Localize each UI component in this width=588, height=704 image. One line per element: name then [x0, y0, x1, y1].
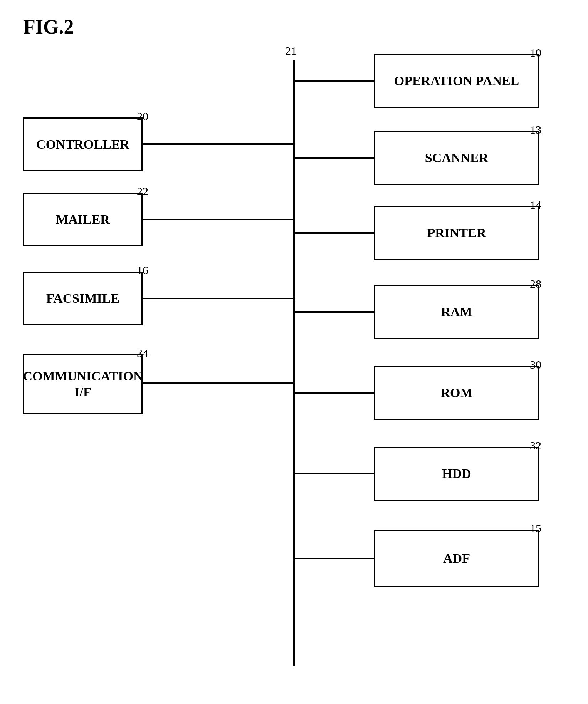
ram-ref: 28 [530, 277, 541, 290]
scanner-ref: 13 [530, 123, 541, 136]
adf-ref: 15 [530, 522, 541, 535]
comm-box: COMMUNICATION I/F [23, 354, 143, 414]
mailer-ref: 22 [137, 185, 148, 198]
mailer-box: MAILER [23, 193, 143, 246]
rom-label: ROM [440, 385, 472, 401]
scanner-label: SCANNER [425, 150, 488, 166]
adf-box: ADF [374, 530, 539, 587]
comm-ref: 34 [137, 347, 148, 360]
op-panel-box: OPERATION PANEL [374, 54, 539, 108]
printer-label: PRINTER [427, 225, 486, 241]
rom-ref: 30 [530, 358, 541, 371]
hdd-box: HDD [374, 447, 539, 501]
printer-ref: 14 [530, 198, 541, 211]
scanner-box: SCANNER [374, 131, 539, 185]
facsimile-ref: 16 [137, 264, 148, 277]
comm-label: COMMUNICATION I/F [23, 369, 143, 400]
facsimile-box: FACSIMILE [23, 272, 143, 325]
figure-title: FIG.2 [23, 15, 74, 38]
bus-ref: 21 [285, 44, 297, 57]
controller-ref: 20 [137, 110, 148, 123]
facsimile-label: FACSIMILE [46, 291, 119, 307]
adf-label: ADF [443, 551, 470, 567]
mailer-label: MAILER [56, 212, 110, 228]
op-panel-label: OPERATION PANEL [394, 73, 519, 89]
hdd-ref: 32 [530, 439, 541, 452]
hdd-label: HDD [442, 466, 471, 482]
printer-box: PRINTER [374, 206, 539, 260]
controller-box: CONTROLLER [23, 117, 143, 171]
op-panel-ref: 10 [530, 46, 541, 59]
ram-box: RAM [374, 285, 539, 339]
rom-box: ROM [374, 366, 539, 420]
ram-label: RAM [441, 304, 472, 320]
controller-label: CONTROLLER [36, 137, 129, 153]
